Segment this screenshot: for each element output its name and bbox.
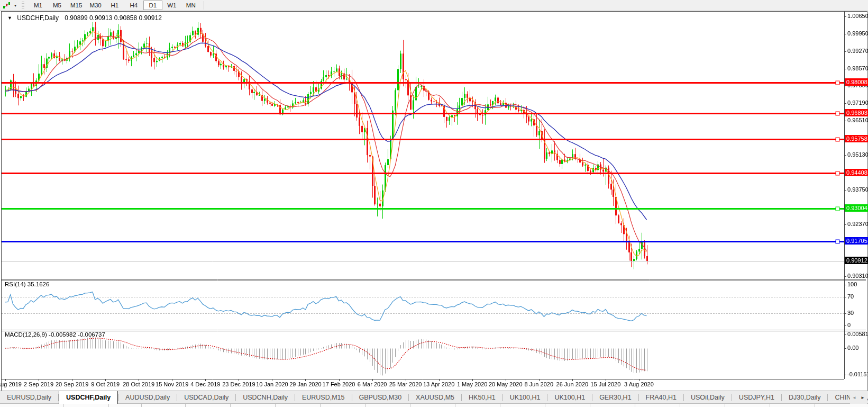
timeframe-button-d1[interactable]: D1 [143,1,162,10]
rsi-tick-label: 0 [847,322,868,328]
price-level-tag: 0.96803 [845,109,868,116]
timeframe-button-h4[interactable]: H4 [124,1,143,10]
tab-usdcnh-daily[interactable]: USDCNH,Daily [236,391,295,404]
tab-hk50-h1[interactable]: HK50,H1 [462,391,502,404]
price-tick-label: 0.93750 [847,186,868,193]
price-level-tag: 0.98008 [845,78,868,86]
chart-title-ohlc: 0.90899 0.90913 0.90858 0.90912 [65,14,162,22]
date-label: 20 Sep 2019 [53,381,90,387]
tab-uk100-h1[interactable]: UK100,H1 [547,391,592,404]
price-tick-label: 0.96510 [847,117,868,123]
timeframe-button-mn[interactable]: MN [181,1,200,10]
date-label: 17 Feb 2020 [321,381,358,387]
tab-uk100-h1[interactable]: UK100,H1 [503,391,547,404]
date-label: 10 Jan 2020 [253,381,290,387]
price-tick-label: 0.97190 [847,100,868,106]
chart-title-symbol: USDCHF,Daily [17,14,59,22]
tab-scroll-right-button[interactable]: ► [858,393,867,402]
timeframe-button-h1[interactable]: H1 [105,1,124,10]
timeframe-button-m5[interactable]: M5 [48,1,67,10]
current-price-tag: 0.90912 [845,257,868,264]
price-tick-label: 0.98570 [847,65,868,71]
date-label: 15 Jul 2020 [587,381,624,387]
price-tick-label: 0.99950 [847,30,868,37]
macd-label: MACD(12,26,9) -0.005982 -0.006737 [5,331,105,338]
macd-tick-label: 0.005818 [847,331,868,337]
tabs-holder: EURUSD,DailyUSDCHF,DailyAUDUSD,DailyUSDC… [0,391,868,404]
date-label: 20 May 2020 [487,381,524,387]
date-label: 8 Jun 2020 [520,381,558,387]
status-divider [230,404,231,407]
status-divider [320,404,321,407]
status-divider [590,404,590,407]
price-tick-label: 0.95130 [847,151,868,158]
tab-eurusd-daily[interactable]: EURUSD,Daily [0,391,58,404]
rsi-tick-label: 100 [847,281,868,287]
status-divider [275,404,276,407]
price-tick-label: 0.99270 [847,48,868,54]
status-divider [410,404,410,407]
date-label: 3 Aug 2020 [620,381,657,387]
rsi-tick-label: 70 [847,293,868,300]
macd-tick-label: 0.00 [847,345,868,351]
date-label: 13 Apr 2020 [421,381,458,387]
date-label: 6 Mar 2020 [354,381,391,387]
price-tick-label: 0.92370 [847,221,868,227]
timeframe-buttons-group: M1M5M15M30H1H4D1W1MN [29,1,200,10]
status-divider [770,404,770,407]
date-label: 15 Nov 2019 [153,381,190,387]
date-label: 4 Dec 2019 [187,381,224,387]
status-divider [63,404,64,407]
status-divider [725,404,725,407]
mt4-window: ▾ M1M5M15M30H1H4D1W1MN ▼ USDCHF,Daily 0.… [0,0,868,407]
tab-dj30-daily[interactable]: DJ30,Daily [782,391,827,404]
tab-xauusd-m5[interactable]: XAUUSD,M5 [409,391,461,404]
tab-ger30-h1[interactable]: GER30,H1 [592,391,638,404]
status-divider [680,404,680,407]
status-divider [108,404,109,407]
chart-type-dropdown-caret[interactable]: ▾ [12,3,19,8]
tab-usoil-daily[interactable]: USOil,Daily [684,391,732,404]
price-level-tag: 0.95758 [845,135,868,142]
tab-usdchf-daily[interactable]: USDCHF,Daily [59,391,118,404]
status-divider [455,404,455,407]
price-level-tag: 0.93004 [845,204,868,212]
chart-title: ▼ USDCHF,Daily 0.90899 0.90913 0.90858 0… [7,14,162,22]
status-divider [635,404,635,407]
price-tick-label: 1.00650 [847,13,868,19]
date-label: 28 Oct 2019 [120,381,157,387]
tab-audusd-daily[interactable]: AUDUSD,Daily [118,391,177,404]
status-divider [500,404,500,407]
timeframe-button-m15[interactable]: M15 [67,1,86,10]
tab-fra40-h1[interactable]: FRA40,H1 [639,391,683,404]
price-level-tag: 0.91705 [845,237,868,245]
toolbar-grip[interactable] [22,2,24,9]
date-label: 9 Oct 2019 [87,381,124,387]
timeframe-button-m1[interactable]: M1 [29,1,48,10]
tab-usdcad-daily[interactable]: USDCAD,Daily [177,391,235,404]
rsi-tick-label: 30 [847,310,868,316]
tab-scroll-arrows: ◄ ► [850,391,867,404]
rsi-label: RSI(14) 35.1626 [5,281,49,287]
tab-scroll-left-button[interactable]: ◄ [850,393,858,402]
status-divider [815,404,815,407]
status-divider [141,404,142,407]
tab-eurusd-m15[interactable]: EURUSD,M15 [295,391,352,404]
date-label: 25 Mar 2020 [387,381,424,387]
timeframe-button-m30[interactable]: M30 [86,1,105,10]
macd-tick-label: -0.011514 [847,371,868,377]
chart-type-icon[interactable] [2,1,12,10]
price-tick-label: 0.90310 [847,273,868,279]
chart-collapse-icon[interactable]: ▼ [7,15,12,21]
price-level-tag: 0.94408 [845,169,868,176]
timeframe-button-w1[interactable]: W1 [162,1,181,10]
tab-gbpusd-m30[interactable]: GBPUSD,M30 [352,391,409,404]
date-label: 2 Sep 2019 [20,381,57,387]
status-strip [0,403,868,407]
date-label: 29 Jan 2020 [287,381,324,387]
status-divider [185,404,186,407]
status-divider [365,404,366,407]
tab-usdjpy-h1[interactable]: USDJPY,H1 [732,391,781,404]
chart-tab-bar: EURUSD,DailyUSDCHF,DailyAUDUSD,DailyUSDC… [0,391,868,404]
chart-canvas[interactable] [2,12,866,390]
